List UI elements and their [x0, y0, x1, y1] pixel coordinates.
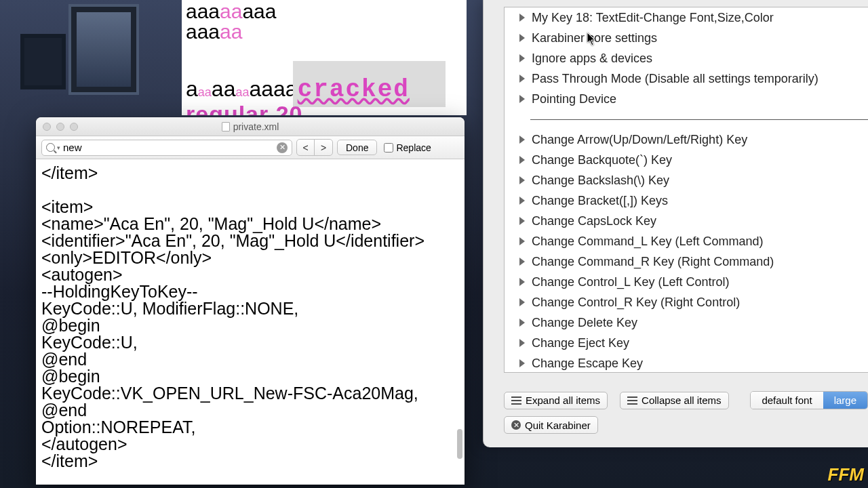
settings-row[interactable]: My Key 18: TextEdit-Change Font,Size,Col…: [505, 7, 868, 28]
expand-all-label: Expand all items: [526, 394, 600, 406]
replace-toggle[interactable]: Replace: [384, 142, 431, 153]
settings-row[interactable]: Pointing Device: [505, 89, 868, 109]
text-sample: aaaa: [249, 77, 297, 101]
text-sample-small: aa: [235, 85, 249, 99]
collapse-all-label: Collapse all items: [642, 394, 722, 406]
settings-row[interactable]: Change CapsLock Key: [505, 211, 868, 231]
settings-row-label: Change Arrow(Up/Down/Left/Right) Key: [532, 133, 747, 147]
settings-row-label: Change Delete Key: [532, 316, 637, 330]
settings-row-label: Change Eject Key: [532, 336, 629, 350]
document-icon: [222, 122, 230, 131]
list-divider: [505, 109, 868, 129]
list-collapse-icon: [627, 396, 637, 405]
settings-row[interactable]: Change Escape Key: [505, 353, 868, 373]
settings-row[interactable]: Change Arrow(Up/Down/Left/Right) Key: [505, 129, 868, 150]
settings-row-label: Change Control_R Key (Right Control): [532, 296, 740, 310]
settings-row[interactable]: Change Delete Key: [505, 312, 868, 333]
disclosure-triangle-icon[interactable]: [519, 278, 525, 286]
disclosure-triangle-icon[interactable]: [519, 34, 525, 42]
disclosure-triangle-icon[interactable]: [519, 217, 525, 225]
find-nav-segment: < >: [296, 139, 333, 156]
text-sample: aa: [212, 77, 236, 101]
replace-label: Replace: [396, 142, 431, 153]
textedit-document: aaaaaaaa aaaaa aaaaaaaaaaacracked regula…: [182, 0, 467, 115]
find-prev-button[interactable]: <: [297, 140, 315, 155]
settings-row-label: Change Bracket([,]) Keys: [532, 194, 668, 208]
settings-list[interactable]: My Key 18: TextEdit-Change Font,Size,Col…: [504, 7, 868, 373]
settings-row-label: Change Command_R Key (Right Command): [532, 255, 774, 269]
quit-label: Quit Karabiner: [525, 420, 591, 431]
disclosure-triangle-icon[interactable]: [519, 136, 525, 144]
disclosure-triangle-icon[interactable]: [519, 95, 525, 103]
disclosure-triangle-icon[interactable]: [519, 298, 525, 306]
close-icon: ✕: [511, 420, 521, 430]
text-sample-pink: aa: [220, 0, 242, 22]
settings-row-label: Change Backslash(\) Key: [532, 174, 669, 188]
settings-row[interactable]: Pass Through Mode (Disable all settings …: [505, 68, 868, 89]
font-size-segment[interactable]: default font large: [750, 391, 868, 409]
done-button[interactable]: Done: [337, 140, 377, 155]
text-sample-small: aa: [198, 85, 212, 99]
search-icon: [46, 143, 55, 152]
chevron-down-icon[interactable]: ▾: [57, 144, 60, 151]
search-input-wrapper[interactable]: ▾ ✕: [41, 140, 292, 156]
collapse-all-button[interactable]: Collapse all items: [620, 392, 729, 409]
settings-row[interactable]: Change Bracket([,]) Keys: [505, 190, 868, 211]
settings-row[interactable]: Change Control_L Key (Left Control): [505, 272, 868, 292]
expand-all-button[interactable]: Expand all items: [504, 392, 608, 409]
document-title: private.xml: [233, 121, 279, 132]
text-sample-pink: aa: [220, 20, 242, 43]
font-sample-regular: regular 20: [186, 101, 462, 115]
disclosure-triangle-icon[interactable]: [519, 339, 525, 347]
settings-row-label: Pass Through Mode (Disable all settings …: [532, 72, 818, 86]
text-sample: a: [186, 77, 198, 101]
font-large-option[interactable]: large: [823, 392, 867, 409]
disclosure-triangle-icon[interactable]: [519, 176, 525, 184]
settings-row[interactable]: Change Backslash(\) Key: [505, 170, 868, 190]
editor-window: private.xml ▾ ✕ < > Done Replace </item>…: [36, 117, 465, 485]
settings-row[interactable]: Change Command_L Key (Left Command): [505, 231, 868, 251]
watermark: FFM: [828, 464, 864, 485]
disclosure-triangle-icon[interactable]: [519, 237, 525, 245]
settings-row[interactable]: Change Backquote(`) Key: [505, 150, 868, 170]
window-titlebar[interactable]: private.xml: [36, 117, 465, 136]
text-sample: aaa: [186, 0, 220, 22]
code-editor-content[interactable]: </item> <item> <name>"Aca En", 20, "Mag"…: [36, 159, 465, 485]
disclosure-triangle-icon[interactable]: [519, 359, 525, 367]
settings-row[interactable]: Karabiner core settings: [505, 28, 868, 48]
find-next-button[interactable]: >: [315, 140, 332, 155]
settings-row-label: Change Command_L Key (Left Command): [532, 235, 764, 249]
quit-karabiner-button[interactable]: ✕ Quit Karabiner: [504, 416, 598, 434]
disclosure-triangle-icon[interactable]: [519, 258, 525, 266]
settings-row-label: Ignore apps & devices: [532, 52, 652, 66]
settings-row[interactable]: Ignore apps & devices: [505, 48, 868, 68]
settings-row-label: My Key 18: TextEdit-Change Font,Size,Col…: [532, 11, 774, 25]
settings-row-label: Pointing Device: [532, 92, 616, 106]
disclosure-triangle-icon[interactable]: [519, 156, 525, 164]
settings-row[interactable]: Change Command_R Key (Right Command): [505, 251, 868, 272]
text-sample: aaa: [186, 20, 220, 43]
settings-row[interactable]: Change Control_R Key (Right Control): [505, 292, 868, 312]
karabiner-settings-panel: My Key 18: TextEdit-Change Font,Size,Col…: [483, 0, 868, 447]
font-sample-cracked: cracked: [298, 76, 410, 104]
disclosure-triangle-icon[interactable]: [519, 54, 525, 62]
replace-checkbox[interactable]: [384, 143, 393, 152]
list-expand-icon: [511, 396, 521, 405]
settings-row[interactable]: Change Eject Key: [505, 333, 868, 353]
settings-row-label: Change CapsLock Key: [532, 214, 656, 228]
disclosure-triangle-icon[interactable]: [519, 75, 525, 83]
find-bar: ▾ ✕ < > Done Replace: [36, 136, 465, 159]
search-input[interactable]: [63, 142, 277, 153]
settings-row-label: Change Control_L Key (Left Control): [532, 275, 730, 289]
settings-row-label: Karabiner core settings: [532, 31, 657, 45]
settings-row-label: Change Backquote(`) Key: [532, 153, 672, 167]
disclosure-triangle-icon[interactable]: [519, 197, 525, 205]
settings-row-label: Change Escape Key: [532, 357, 643, 371]
text-sample: aaa: [242, 0, 276, 22]
font-default-option[interactable]: default font: [751, 392, 823, 409]
disclosure-triangle-icon[interactable]: [519, 319, 525, 327]
disclosure-triangle-icon[interactable]: [519, 14, 525, 22]
scrollbar-thumb[interactable]: [457, 429, 462, 459]
clear-search-icon[interactable]: ✕: [277, 142, 288, 153]
